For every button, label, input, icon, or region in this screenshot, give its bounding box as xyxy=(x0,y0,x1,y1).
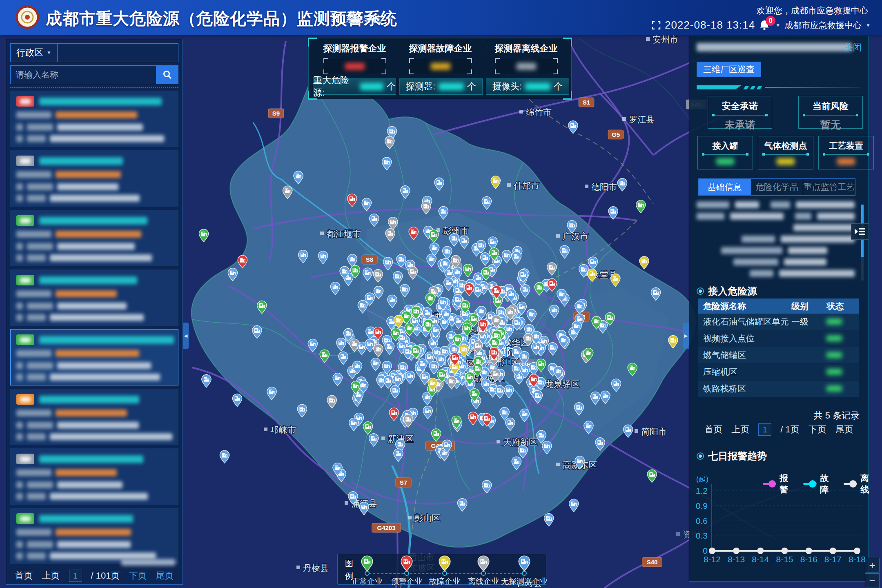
pager-next[interactable]: 下页 xyxy=(808,423,826,436)
chevron-down-icon[interactable]: ▼ xyxy=(775,22,780,28)
divider xyxy=(763,154,808,155)
divider xyxy=(10,87,178,88)
hazard-type-row-redacted xyxy=(16,410,127,416)
hazard-pagination: 首页上页1/ 1页下页尾页 xyxy=(689,423,869,436)
svg-text:8-12: 8-12 xyxy=(704,555,721,564)
datetime-text: 2022-08-18 13:14 xyxy=(665,19,755,31)
region-filter-label: 行政区 xyxy=(16,47,43,59)
map-legend: 图例 正常企业预警企业故障企业离线企业无探测器企业 xyxy=(337,554,546,585)
map-zoom-out-button[interactable]: − xyxy=(865,573,880,588)
notification-count-badge: 0 xyxy=(766,16,775,26)
pager-prev[interactable]: 上页 xyxy=(731,423,749,436)
table-row[interactable]: 液化石油气储罐区单元一级 xyxy=(698,314,859,330)
search-input[interactable] xyxy=(10,65,156,84)
enterprise-card[interactable] xyxy=(10,210,178,266)
metric-card-2: 工艺装置 xyxy=(818,136,874,169)
map-zoom-in-button[interactable]: + xyxy=(865,558,880,572)
grid-icon xyxy=(332,14,340,22)
contact-row-redacted xyxy=(16,183,118,190)
indent-list-icon xyxy=(854,227,866,236)
pager-last[interactable]: 尾页 xyxy=(156,570,174,582)
current-org[interactable]: 成都市应急救援中心 xyxy=(784,20,862,31)
detector-stat-1: 探测器故障企业 xyxy=(399,42,481,74)
contact-row-redacted xyxy=(16,124,143,131)
legend-pin-icon xyxy=(361,555,373,572)
detector-stat-label: 探测器报警企业 xyxy=(314,42,396,55)
fullscreen-icon[interactable] xyxy=(652,21,661,30)
legend-pin-icon xyxy=(477,555,490,572)
totals-stat-0: 重大危险源:个 xyxy=(313,78,396,95)
pager-next[interactable]: 下页 xyxy=(129,570,147,582)
enterprise-card[interactable] xyxy=(10,389,178,445)
trend-section-header: 七日报警趋势 xyxy=(697,450,767,463)
hazard-type-row-redacted xyxy=(16,231,141,238)
svg-text:0.9: 0.9 xyxy=(696,501,708,510)
totals-stat-1: 探测器:个 xyxy=(399,78,483,95)
tab-1[interactable]: 危险化学品 xyxy=(751,179,803,195)
expand-list-button[interactable] xyxy=(851,223,869,240)
tab-0[interactable]: 基础信息 xyxy=(699,179,751,195)
status-badge xyxy=(16,215,34,226)
3d-plant-tour-button[interactable]: 三维厂区巡查 xyxy=(697,62,761,77)
legend-pin-icon xyxy=(401,555,413,572)
status-badge xyxy=(16,394,34,405)
svg-text:8-17: 8-17 xyxy=(824,555,842,564)
detector-stat-0: 探测器报警企业 xyxy=(314,42,396,74)
table-row[interactable]: 铁路栈桥区 xyxy=(698,381,859,397)
chevron-down-icon: ▼ xyxy=(47,50,51,56)
hazard-type-row-redacted xyxy=(16,529,131,536)
pager-last[interactable]: 尾页 xyxy=(835,423,853,436)
map-place-label: 绵竹市 xyxy=(526,107,552,117)
table-row[interactable]: 压缩机区 xyxy=(698,364,859,381)
address-row-redacted xyxy=(16,254,152,261)
enterprise-name-redacted xyxy=(697,43,852,51)
hazard-table: 危险源名称级别状态液化石油气储罐区单元一级视频接入点位燃气储罐区压缩机区铁路栈桥… xyxy=(698,298,859,397)
enterprise-name-redacted xyxy=(39,455,143,463)
svg-text:8-15: 8-15 xyxy=(776,555,793,564)
chevron-down-icon[interactable]: ▼ xyxy=(866,22,871,28)
status-badge xyxy=(16,513,34,524)
status-badge xyxy=(16,454,34,464)
enterprise-card[interactable] xyxy=(10,329,178,385)
legend-pin-icon xyxy=(518,555,530,572)
radio-dot-icon xyxy=(697,287,704,295)
decorative-divider xyxy=(697,85,861,89)
metric-card-0: 接入罐 xyxy=(697,136,753,169)
enterprise-card[interactable] xyxy=(10,91,178,147)
pager-current-page[interactable]: 1 xyxy=(758,423,771,436)
tab-2[interactable]: 重点监管工艺 xyxy=(803,179,855,195)
region-filter-dropdown[interactable]: 行政区 ▼ xyxy=(10,43,58,62)
col-name: 危险源名称 xyxy=(698,301,791,312)
enterprise-card[interactable] xyxy=(10,448,178,505)
map-place-label: 简阳市 xyxy=(641,427,667,436)
enterprise-card[interactable] xyxy=(10,150,178,207)
detail-tabs: 基础信息危险化学品重点监管工艺 xyxy=(698,178,855,196)
map-place-label: 安州市 xyxy=(653,35,678,44)
detail-panel-collapse-tab[interactable]: ▶ xyxy=(683,323,689,349)
metric-card-label: 接入罐 xyxy=(698,140,753,151)
legend-pin-icon xyxy=(439,555,451,572)
table-row[interactable]: 燃气储罐区 xyxy=(698,347,859,364)
enterprise-name-redacted xyxy=(39,336,174,344)
totals-stat-2: 摄像头:个 xyxy=(486,78,569,95)
system-nav-link[interactable]: 系统导航 xyxy=(345,13,381,25)
pager-first[interactable]: 首页 xyxy=(15,570,33,582)
info-scrollbar[interactable] xyxy=(861,205,864,281)
region-filter-value-field[interactable] xyxy=(58,43,178,62)
pager-current-page[interactable]: 1 xyxy=(69,570,82,582)
notification-bell[interactable]: 0 xyxy=(759,19,771,31)
svg-text:0.6: 0.6 xyxy=(696,516,708,526)
pager-prev[interactable]: 上页 xyxy=(42,570,60,582)
map-place-label: 丹棱县 xyxy=(303,563,329,572)
close-button[interactable]: 关闭 xyxy=(844,41,862,53)
divider xyxy=(703,154,748,155)
map-place-label: 彭山区 xyxy=(414,513,440,523)
table-row[interactable]: 视频接入点位 xyxy=(698,330,859,347)
enterprise-card[interactable] xyxy=(10,508,178,564)
enterprise-card[interactable] xyxy=(10,270,178,326)
pager-first[interactable]: 首页 xyxy=(704,423,722,436)
map-place-label: 广汉市 xyxy=(563,232,588,241)
sidebar-collapse-tab[interactable]: ◀ xyxy=(183,323,189,349)
search-button[interactable] xyxy=(156,65,178,84)
col-level: 级别 xyxy=(791,301,826,312)
